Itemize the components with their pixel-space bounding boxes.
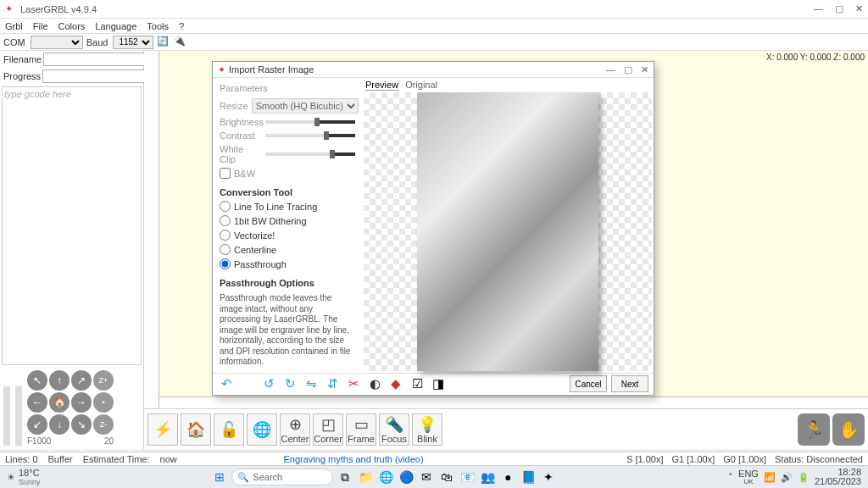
- contrast-label: Contrast: [220, 130, 262, 141]
- weather-widget[interactable]: ☀ 18°C Sunny: [7, 468, 41, 486]
- speed-slider[interactable]: [15, 386, 22, 446]
- opt-centerline[interactable]: Centerline: [220, 244, 355, 255]
- cancel-button[interactable]: Cancel: [570, 375, 607, 392]
- close-button[interactable]: ✕: [855, 3, 863, 14]
- opt-vectorize[interactable]: Vectorize!: [220, 230, 355, 241]
- unlock-button[interactable]: 🔓: [214, 413, 244, 446]
- dialog-minimize[interactable]: —: [606, 64, 615, 75]
- power-slider[interactable]: [3, 386, 10, 446]
- dialog-close[interactable]: ✕: [641, 64, 648, 75]
- opt-passthrough[interactable]: Passthrough: [220, 258, 355, 269]
- revert-icon[interactable]: ↶: [218, 375, 235, 392]
- reset-button[interactable]: ⚡: [147, 413, 178, 446]
- jog-z-up[interactable]: Z+: [93, 370, 114, 391]
- resize-select[interactable]: Smooth (HQ Bicubic): [252, 98, 359, 114]
- run-button[interactable]: 🏃: [798, 413, 830, 446]
- jog-ne[interactable]: ↗: [71, 370, 92, 391]
- window-titlebar: ✦ LaserGRBL v4.9.4 — ▢ ✕: [0, 0, 868, 19]
- status-bar: Lines: 0 Buffer Estimated Time: now Engr…: [0, 452, 868, 465]
- wifi-icon[interactable]: 📶: [764, 472, 776, 483]
- resize-label: Resize: [220, 101, 248, 111]
- maximize-button[interactable]: ▢: [835, 3, 843, 14]
- passthrough-desc: Passthrough mode leaves the image intact…: [220, 293, 355, 368]
- fill-icon[interactable]: ◆: [387, 375, 404, 392]
- step-label: 20: [104, 436, 114, 446]
- more-icon[interactable]: ●: [499, 469, 516, 485]
- edge-icon[interactable]: 🌐: [377, 469, 394, 485]
- start-button[interactable]: ⊞: [211, 469, 228, 485]
- com-select[interactable]: [31, 36, 83, 49]
- bw-checkbox[interactable]: [220, 168, 231, 179]
- jog-s[interactable]: ↓: [49, 414, 70, 435]
- whiteclip-slider[interactable]: [265, 152, 355, 156]
- contrast-slider[interactable]: [265, 134, 355, 137]
- word-icon[interactable]: 📘: [520, 469, 537, 485]
- center-button[interactable]: ⊕Center: [280, 413, 310, 446]
- connect-icon[interactable]: 🔌: [174, 36, 187, 49]
- opt-linetoline[interactable]: Line To Line Tracing: [220, 201, 355, 212]
- jog-sw[interactable]: ↙: [27, 414, 47, 435]
- help-link[interactable]: Engraving myths and truth (video): [283, 454, 423, 464]
- tray-chevron-icon[interactable]: ˄: [728, 472, 733, 483]
- invert-icon[interactable]: ◐: [366, 375, 383, 392]
- ruler-horizontal: [159, 396, 868, 408]
- explorer-icon[interactable]: 📁: [357, 469, 374, 485]
- jog-e[interactable]: →: [71, 392, 92, 413]
- menu-tools[interactable]: Tools: [147, 21, 169, 31]
- menu-colors[interactable]: Colors: [58, 21, 86, 31]
- menu-file[interactable]: File: [33, 21, 48, 31]
- corner-button[interactable]: ◰Corner: [313, 413, 343, 446]
- jog-se[interactable]: ↘: [71, 414, 92, 435]
- rotate-right-icon[interactable]: ↻: [281, 375, 298, 392]
- rotate-left-icon[interactable]: ↺: [260, 375, 277, 392]
- jog-w[interactable]: ←: [27, 392, 47, 413]
- opt-dithering[interactable]: 1bit BW Dithering: [220, 215, 355, 226]
- globe-button[interactable]: 🌐: [247, 413, 277, 446]
- menu-grbl[interactable]: Grbl: [5, 21, 23, 31]
- rose-image: [417, 92, 598, 371]
- menu-help[interactable]: ?: [179, 21, 184, 31]
- focus-button[interactable]: 🔦Focus: [379, 413, 409, 446]
- jog-z-down[interactable]: Z-: [93, 414, 114, 435]
- tab-preview[interactable]: Preview: [365, 80, 398, 91]
- outlook-icon[interactable]: 📧: [459, 469, 476, 485]
- refresh-icon[interactable]: 🔄: [157, 36, 170, 49]
- jog-z-ctr[interactable]: •: [93, 392, 114, 413]
- tab-original[interactable]: Original: [405, 80, 437, 91]
- minimize-button[interactable]: —: [814, 3, 823, 14]
- brightness-slider[interactable]: [265, 120, 355, 124]
- volume-icon[interactable]: 🔊: [781, 472, 793, 483]
- system-tray[interactable]: ˄ ENG UK 📶 🔊 🔋 18:28 21/05/2023: [728, 468, 861, 486]
- battery-icon[interactable]: 🔋: [798, 472, 810, 483]
- store-icon[interactable]: 🛍: [438, 469, 455, 485]
- mail-icon[interactable]: ✉: [418, 469, 435, 485]
- feed-label: F1000: [27, 436, 51, 446]
- temperature: 18°C: [19, 468, 41, 478]
- chrome-icon[interactable]: 🔵: [398, 469, 415, 485]
- baud-select[interactable]: 115200: [113, 36, 153, 49]
- teams-icon[interactable]: 👥: [479, 469, 496, 485]
- lasergrbl-task-icon[interactable]: ✦: [540, 469, 557, 485]
- task-view-icon[interactable]: ⧉: [337, 469, 353, 485]
- trim-icon[interactable]: ◨: [430, 375, 447, 392]
- dialog-toolbar: ↶ ↺ ↻ ⇋ ⇵ ✂ ◐ ◆ ☑ ◨ Cancel Next: [213, 373, 654, 395]
- taskbar-search[interactable]: 🔍 Search: [231, 469, 333, 485]
- progress-label: Progress: [3, 71, 41, 81]
- flip-v-icon[interactable]: ⇵: [324, 375, 341, 392]
- passthrough-heading: Passthrough Options: [220, 278, 355, 288]
- menu-language[interactable]: Language: [95, 21, 136, 31]
- jog-home[interactable]: 🏠: [49, 392, 70, 413]
- dialog-maximize[interactable]: ▢: [624, 64, 632, 75]
- flip-h-icon[interactable]: ⇋: [303, 375, 320, 392]
- canvas-toolbar: ⚡ 🏠 🔓 🌐 ⊕Center ◰Corner ▭Frame 🔦Focus 💡B…: [144, 408, 868, 449]
- autocrop-icon[interactable]: ☑: [409, 375, 426, 392]
- jog-nw[interactable]: ↖: [27, 370, 47, 391]
- blink-button[interactable]: 💡Blink: [412, 413, 442, 446]
- frame-button[interactable]: ▭Frame: [346, 413, 376, 446]
- gcode-input[interactable]: type gcode here: [2, 86, 142, 365]
- next-button[interactable]: Next: [611, 375, 648, 392]
- stop-button[interactable]: ✋: [832, 413, 865, 446]
- crop-icon[interactable]: ✂: [345, 375, 362, 392]
- home-button[interactable]: 🏠: [181, 413, 211, 446]
- jog-n[interactable]: ↑: [49, 370, 70, 391]
